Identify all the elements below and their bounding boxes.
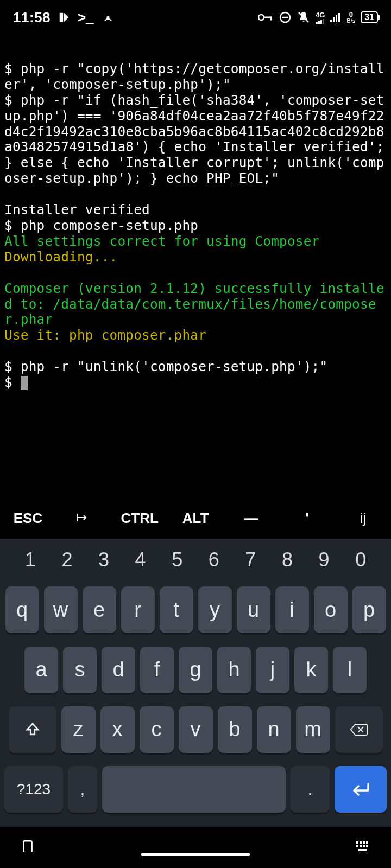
svg-rect-10 <box>320 20 322 24</box>
num-hint: 2 <box>49 548 86 571</box>
svg-rect-9 <box>318 21 320 24</box>
terminal-prompt-icon: >_ <box>78 9 94 26</box>
extra-key-apostrophe[interactable]: ' <box>279 509 335 527</box>
key-w[interactable]: w <box>44 586 78 633</box>
key-u[interactable]: u <box>237 586 270 633</box>
key-row-2: a s d f g h j k l <box>4 647 387 693</box>
key-space[interactable] <box>102 766 286 813</box>
network-speed-label: 0 B/s <box>346 11 355 24</box>
key-z[interactable]: z <box>61 706 96 753</box>
svg-rect-24 <box>366 841 368 844</box>
key-backspace[interactable] <box>335 706 383 753</box>
status-bar: 11:58 >_ 4G 0 B/s 31 <box>0 0 391 35</box>
key-row-3: z x c v b n m <box>4 706 387 753</box>
do-not-disturb-icon <box>279 11 292 24</box>
status-left: 11:58 >_ <box>13 9 115 26</box>
status-right: 4G 0 B/s 31 <box>258 11 378 24</box>
svg-rect-27 <box>363 845 365 847</box>
key-i[interactable]: i <box>275 586 309 633</box>
key-row-1: q w e r t y u i o p <box>4 586 387 633</box>
vpn-key-icon <box>258 13 273 22</box>
terminal-output[interactable]: $ php -r "copy('https://getcomposer.org/… <box>0 35 391 391</box>
terminal-line: $ php composer-setup.php <box>4 218 198 233</box>
enter-icon <box>350 782 371 797</box>
soft-keyboard: 1 2 3 4 5 6 7 8 9 0 q w e r t y u i o p … <box>0 539 391 827</box>
num-hint: 0 <box>342 548 379 571</box>
key-v[interactable]: v <box>179 706 213 753</box>
num-hint: 5 <box>159 548 195 571</box>
svg-rect-8 <box>316 22 318 24</box>
key-row-4: ?123 , . <box>4 766 387 813</box>
svg-rect-12 <box>330 20 332 22</box>
terminal-line: Use it: php composer.phar <box>4 327 206 343</box>
num-hint: 9 <box>306 548 343 571</box>
terminal-line: Composer (version 2.1.12) successfully i… <box>4 280 384 328</box>
key-shift[interactable] <box>9 706 56 753</box>
key-c[interactable]: c <box>140 706 174 753</box>
svg-point-1 <box>258 15 264 20</box>
key-symbols[interactable]: ?123 <box>4 766 63 813</box>
key-k[interactable]: k <box>294 647 328 693</box>
key-enter[interactable] <box>335 766 387 813</box>
terminal-line: Downloading... <box>4 249 117 265</box>
cursor <box>21 376 28 390</box>
svg-rect-21 <box>356 841 358 844</box>
system-nav-bar <box>0 827 391 868</box>
extra-key-tab[interactable] <box>56 510 112 527</box>
key-l[interactable]: l <box>333 647 367 693</box>
battery-indicator: 31 <box>361 11 378 23</box>
key-b[interactable]: b <box>218 706 252 753</box>
svg-rect-22 <box>360 841 362 844</box>
svg-point-0 <box>107 17 109 18</box>
num-hint: 1 <box>12 548 49 571</box>
terminal-prompt: $ <box>4 374 21 390</box>
extra-key-ij[interactable]: ij <box>335 510 391 527</box>
status-clock: 11:58 <box>13 9 51 26</box>
extra-key-esc[interactable]: ESC <box>0 510 56 527</box>
signal-strength-icon <box>330 12 341 22</box>
key-j[interactable]: j <box>256 647 289 693</box>
key-n[interactable]: n <box>257 706 291 753</box>
key-m[interactable]: m <box>296 706 330 753</box>
hotspot-icon <box>102 11 115 24</box>
key-period[interactable]: . <box>291 766 330 813</box>
num-hint: 3 <box>85 548 122 571</box>
key-e[interactable]: e <box>83 586 116 633</box>
key-x[interactable]: x <box>100 706 135 753</box>
key-y[interactable]: y <box>198 586 232 633</box>
key-t[interactable]: t <box>160 586 193 633</box>
extra-key-alt[interactable]: ALT <box>168 510 224 527</box>
key-a[interactable]: a <box>24 647 58 693</box>
key-s[interactable]: s <box>63 647 97 693</box>
key-h[interactable]: h <box>217 647 251 693</box>
num-hint: 6 <box>195 548 232 571</box>
key-comma[interactable]: , <box>68 766 97 813</box>
keyboard-switch-icon[interactable] <box>355 840 371 854</box>
key-r[interactable]: r <box>121 586 155 633</box>
extra-key-dash[interactable]: — <box>223 510 279 527</box>
signal-bars-icon <box>316 18 325 24</box>
key-g[interactable]: g <box>179 647 212 693</box>
svg-rect-26 <box>360 845 362 847</box>
svg-rect-28 <box>366 845 368 847</box>
svg-rect-3 <box>270 17 272 21</box>
svg-rect-29 <box>358 849 367 851</box>
key-p[interactable]: p <box>352 586 386 633</box>
key-q[interactable]: q <box>5 586 39 633</box>
svg-rect-23 <box>363 841 365 844</box>
num-hint: 8 <box>269 548 306 571</box>
terminal-line: All settings correct for using Composer <box>4 233 320 249</box>
recents-icon[interactable] <box>20 838 36 857</box>
svg-rect-15 <box>338 13 340 22</box>
network-type-label: 4G <box>316 11 325 24</box>
key-d[interactable]: d <box>102 647 135 693</box>
home-gesture-pill[interactable] <box>141 853 250 856</box>
num-hint: 4 <box>122 548 159 571</box>
key-o[interactable]: o <box>314 586 348 633</box>
extra-key-ctrl[interactable]: CTRL <box>112 510 168 527</box>
extra-keys-row: ESC CTRL ALT — ' ij <box>0 502 391 534</box>
svg-rect-13 <box>333 17 335 22</box>
key-f[interactable]: f <box>140 647 174 693</box>
mute-icon <box>297 11 310 24</box>
svg-rect-11 <box>323 19 324 24</box>
